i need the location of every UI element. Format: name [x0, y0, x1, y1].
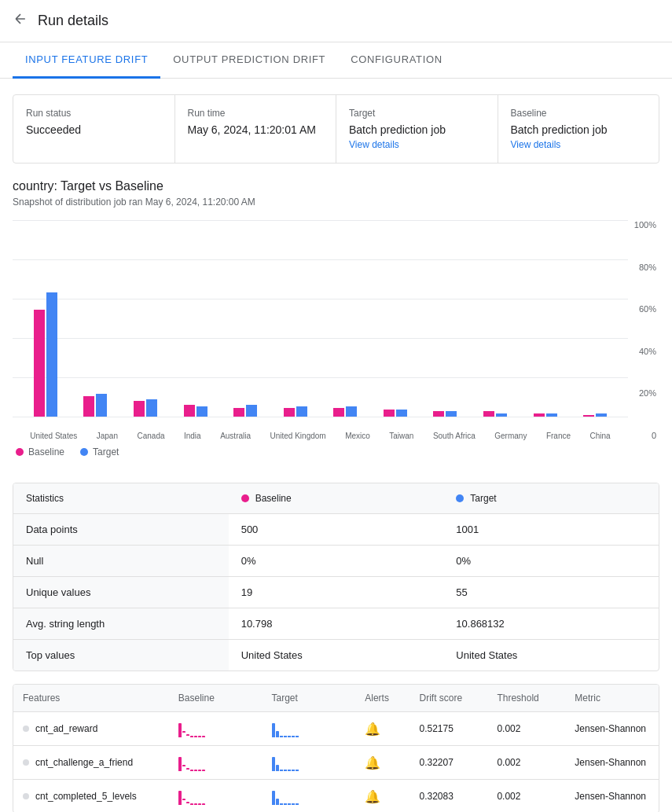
stats-col-baseline: Baseline — [229, 483, 444, 513]
sp-t1 — [272, 791, 275, 805]
bar-group — [583, 413, 607, 417]
y-label-100: 100% — [634, 220, 656, 230]
x-label-9: Germany — [494, 432, 527, 440]
feature-target-sparkline — [263, 780, 356, 812]
bar-group — [433, 411, 457, 417]
info-card-baseline: Baseline Batch prediction job View detai… — [498, 95, 659, 163]
bar-target-2 — [146, 399, 157, 417]
bar-baseline-11 — [583, 415, 594, 417]
stats-row-target: 55 — [443, 577, 659, 608]
y-label-0: 0 — [652, 431, 656, 440]
bar-group — [483, 411, 507, 417]
sp-b5 — [194, 736, 197, 737]
y-label-20: 20% — [639, 388, 656, 398]
feature-name-text: cnt_challenge_a_friend — [35, 757, 133, 768]
feature-alert: 🔔 — [355, 781, 409, 812]
features-section: Features Baseline Target Alerts Drift sc… — [13, 684, 659, 812]
sp-t7 — [296, 803, 299, 805]
info-card-target: Target Batch prediction job View details — [336, 95, 498, 163]
baseline-value: Batch prediction job — [511, 123, 647, 136]
x-label-10: France — [546, 432, 571, 440]
x-labels: United StatesJapanCanadaIndiaAustraliaUn… — [13, 432, 628, 440]
bar-target-8 — [446, 411, 457, 417]
feature-baseline-sparkline — [169, 712, 263, 745]
sp-t2 — [276, 765, 279, 771]
target-value: Batch prediction job — [349, 123, 485, 136]
sp-b1 — [178, 791, 182, 805]
sp-t4 — [284, 803, 287, 805]
features-col-alerts: Alerts — [355, 685, 409, 711]
feature-alert: 🔔 — [355, 714, 409, 744]
run-status-value: Succeeded — [26, 123, 162, 136]
feature-drift-score: 0.52175 — [409, 715, 487, 742]
sp-b6 — [198, 770, 201, 771]
sparkline-target — [272, 754, 347, 771]
feature-name: cnt_completed_5_levels — [23, 791, 160, 802]
page-title: Run details — [38, 13, 108, 29]
baseline-view-details-link[interactable]: View details — [511, 139, 647, 150]
features-header: Features Baseline Target Alerts Drift sc… — [13, 685, 659, 712]
bar-target-5 — [296, 406, 307, 417]
sp-b7 — [202, 770, 205, 771]
feature-name-cell: cnt_challenge_a_friend — [13, 749, 169, 776]
sparkline-target — [272, 788, 347, 805]
x-label-7: Taiwan — [389, 432, 413, 440]
stats-rows: Data points 500 1001 Null 0% 0% Unique v… — [13, 514, 659, 671]
sp-t3 — [280, 803, 283, 805]
feature-metric: Jensen-Shannon — [565, 715, 659, 742]
bar-target-0 — [46, 292, 57, 417]
feature-drift-score: 0.32207 — [409, 749, 487, 776]
legend-baseline-label: Baseline — [28, 446, 64, 457]
bar-group — [384, 410, 407, 417]
stats-col-target: Target — [443, 483, 659, 513]
y-axis: 100% 80% 60% 40% 20% 0 — [631, 220, 659, 440]
stats-row-label: Avg. string length — [13, 608, 229, 639]
run-time-value: May 6, 2024, 11:20:01 AM — [188, 123, 324, 136]
stats-row-target: 10.868132 — [443, 608, 659, 639]
tabs-bar: INPUT FEATURE DRIFT OUTPUT PREDICTION DR… — [0, 42, 672, 79]
sp-b7 — [202, 803, 205, 805]
features-col-threshold: Threshold — [487, 685, 565, 711]
feature-name-cell: cnt_completed_5_levels — [13, 783, 169, 810]
stats-row: Avg. string length 10.798 10.868132 — [13, 608, 659, 640]
feature-baseline-sparkline — [169, 746, 263, 779]
bar-target-9 — [496, 413, 507, 417]
stats-row-baseline: 0% — [229, 546, 444, 576]
bar-group — [284, 406, 307, 417]
y-label-60: 60% — [639, 304, 656, 314]
stats-col-statistics: Statistics — [13, 483, 229, 513]
features-row: cnt_ad_reward 🔔 0.52175 0.002 Jensen-Sha… — [13, 712, 659, 746]
sp-b5 — [194, 803, 197, 805]
feature-target-sparkline — [263, 712, 356, 745]
sparkline-baseline — [178, 754, 253, 771]
stats-row-target: 1001 — [443, 514, 659, 545]
tab-output-prediction-drift[interactable]: OUTPUT PREDICTION DRIFT — [160, 42, 338, 79]
sp-t5 — [288, 803, 291, 805]
target-view-details-link[interactable]: View details — [349, 139, 485, 150]
sp-t7 — [296, 736, 299, 737]
chart-subtitle: Snapshot of distribution job ran May 6, … — [13, 197, 659, 208]
bar-group — [83, 394, 107, 417]
target-label: Target — [349, 108, 485, 119]
bar-target-11 — [596, 413, 607, 417]
run-time-label: Run time — [188, 108, 324, 119]
tab-configuration[interactable]: CONFIGURATION — [338, 42, 455, 79]
sp-b4 — [190, 770, 193, 771]
bar-baseline-6 — [333, 408, 344, 417]
sp-t4 — [284, 770, 287, 771]
feature-target-sparkline — [263, 746, 356, 779]
bar-baseline-0 — [34, 310, 45, 417]
bar-baseline-7 — [384, 410, 395, 417]
sp-b1 — [178, 723, 182, 737]
bar-group — [134, 399, 157, 417]
sp-t3 — [280, 736, 283, 737]
features-table: Features Baseline Target Alerts Drift sc… — [13, 684, 659, 812]
bar-target-1 — [96, 394, 107, 417]
sparkline-baseline — [178, 788, 253, 805]
features-col-target: Target — [263, 685, 356, 711]
alert-icon: 🔔 — [365, 722, 380, 736]
statistics-table: Statistics Baseline Target Data points 5… — [13, 483, 659, 671]
tab-input-feature-drift[interactable]: INPUT FEATURE DRIFT — [13, 42, 160, 79]
back-button[interactable] — [13, 11, 28, 31]
stats-row-label: Top values — [13, 640, 229, 671]
